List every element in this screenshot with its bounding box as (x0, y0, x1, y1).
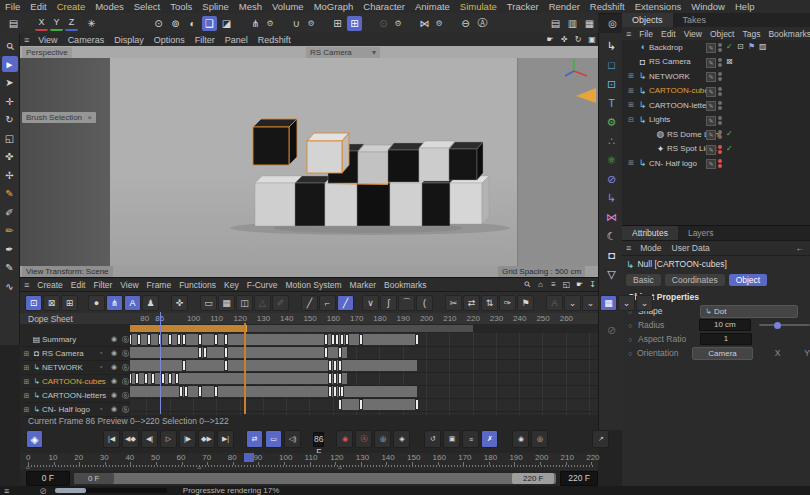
pen-underline-icon[interactable]: ✎ (2, 260, 18, 276)
edit-toggle[interactable]: ✎ (706, 58, 716, 68)
move-keys-tool[interactable]: ✜ (171, 295, 188, 311)
expander-icon[interactable]: ⊞ (626, 87, 636, 95)
expander-icon[interactable]: ⊞ (22, 350, 31, 358)
keyframe[interactable] (148, 335, 150, 344)
status-menu-icon[interactable]: ≡ (0, 486, 13, 495)
timeline-ruler[interactable]: 8010011012013014015016017018019020021022… (20, 313, 598, 324)
spline-filter[interactable]: ● (88, 295, 105, 311)
mirror-settings-gear[interactable]: ⚙ (434, 16, 444, 31)
track-keys-row[interactable] (130, 359, 598, 373)
viewport-menu-view[interactable]: View (33, 35, 62, 45)
keyframe[interactable] (215, 387, 217, 396)
keyframe[interactable] (180, 387, 182, 396)
keyframe[interactable] (329, 361, 331, 370)
generator-gear-icon[interactable]: ⚙ (603, 114, 621, 130)
paint-keys-tool[interactable]: ✐ (272, 295, 289, 311)
keyframe[interactable] (152, 374, 154, 383)
tree-row-rs-spot-light[interactable]: ✦RS Spot Light✎✓ (622, 142, 810, 157)
track-range-bar[interactable] (130, 360, 417, 371)
timeline-key-area[interactable] (130, 333, 598, 415)
track-name-cartoon-cubes[interactable]: ⊞↳CARTOON-cubes▫◉Ⓢ (22, 375, 130, 389)
clamp-range-button[interactable]: ▭ (265, 430, 282, 448)
menu-render[interactable]: Render (544, 1, 585, 12)
tree-row-cn-half-logo[interactable]: ⊞↳CN- Half logo✎ (622, 156, 810, 171)
timeline-menu-motion-system[interactable]: Motion System (281, 280, 345, 290)
lock-value[interactable]: ⇅ (481, 295, 498, 311)
keyframe[interactable] (176, 374, 178, 383)
ease-v[interactable]: ∨ (362, 295, 379, 311)
camera-object-icon[interactable]: ◘ (603, 247, 621, 263)
tl-home-icon[interactable]: ⌂ (535, 279, 546, 290)
tree-row-cartoon-letters[interactable]: ⊞↳CARTOON-letters✎ (622, 98, 810, 113)
menu-simulate[interactable]: Simulate (455, 1, 502, 12)
axis-lock-x[interactable]: X (35, 16, 48, 31)
remove-icon[interactable]: ⊖ (458, 16, 473, 31)
tree-row-rs-dome-light[interactable]: ◍RS Dome Light✎✓ (622, 127, 810, 142)
annotate-icon[interactable]: Ⓐ (475, 16, 490, 31)
shape-dropdown[interactable]: ↳ Dot (700, 305, 798, 318)
dot-editor[interactable] (718, 87, 722, 91)
ease-curve-2[interactable]: ⌒ (398, 295, 415, 311)
tab-attributes[interactable]: Attributes (622, 226, 678, 240)
mute-keys[interactable]: ✑ (499, 295, 516, 311)
orientation-option-y[interactable]: Y (804, 348, 810, 358)
dot-render[interactable] (718, 63, 722, 67)
menu-animate[interactable]: Animate (410, 1, 455, 12)
goto-end-button[interactable]: ▶| (217, 430, 234, 448)
cube-tag-icon[interactable]: ⊡ (737, 42, 744, 51)
visibility-dots[interactable] (718, 87, 722, 97)
tangent-break[interactable]: ⌄ (636, 295, 653, 311)
edit-toggle[interactable]: ✎ (706, 130, 716, 140)
anim-dot-icon[interactable]: ○ (628, 322, 638, 329)
render-picture-button[interactable]: ▥ (565, 16, 580, 31)
section-coordinates[interactable]: Coordinates (665, 274, 725, 286)
viewport-menu-filter[interactable]: Filter (190, 35, 220, 45)
aspect-field[interactable]: 1 (700, 333, 752, 345)
orientation-dropdown[interactable]: Camera (692, 347, 752, 360)
eye-icon[interactable]: ◉ (111, 391, 117, 399)
check-tag-icon[interactable]: ✓ (726, 42, 733, 51)
expander-icon[interactable]: ⊞ (22, 364, 31, 372)
menu-extensions[interactable]: Extensions (630, 1, 686, 12)
menu-volume[interactable]: Volume (267, 1, 309, 12)
tab-layers[interactable]: Layers (678, 226, 724, 240)
edit-toggle[interactable]: ✎ (706, 145, 716, 155)
selection-range-bar[interactable] (130, 325, 247, 332)
object-menu-view[interactable]: View (680, 29, 706, 39)
next-frame-button[interactable]: |▶ (179, 430, 196, 448)
check-tag-icon[interactable]: ✓ (726, 144, 733, 153)
edit-toggle[interactable]: ✎ (706, 72, 716, 82)
keyframe-presets-button[interactable]: ↺ (424, 430, 441, 448)
keyframe[interactable] (178, 335, 180, 344)
tweak-tool-icon[interactable]: ➤ (2, 75, 18, 91)
dot-render[interactable] (718, 92, 722, 96)
tab-objects[interactable]: Objects (622, 13, 673, 27)
keyframe[interactable] (325, 348, 327, 357)
auto-tangent[interactable]: A (546, 295, 563, 311)
eye-icon[interactable]: ◉ (111, 335, 117, 343)
redshift-ipr-button[interactable]: ◎ (605, 16, 620, 31)
menu-tools[interactable]: Tools (165, 1, 197, 12)
object-menu-tags[interactable]: Tags (738, 29, 764, 39)
sound-button[interactable]: ◁) (284, 430, 301, 448)
dot-editor[interactable] (718, 145, 722, 149)
visibility-dots[interactable] (718, 145, 722, 155)
fcurve-mode[interactable]: ⊠ (43, 295, 60, 311)
visibility-dots[interactable] (718, 72, 722, 82)
spline-rect-icon[interactable]: □ (603, 57, 621, 73)
render-view-button[interactable]: ▤ (548, 16, 563, 31)
keyframe[interactable] (199, 335, 201, 344)
joint-settings-gear[interactable]: ⚙ (265, 16, 275, 31)
timeline-menu-edit[interactable]: Edit (67, 280, 90, 290)
keyframe[interactable] (215, 335, 217, 344)
make-editable-icon[interactable]: ⊙ (151, 16, 166, 31)
dot-editor[interactable] (718, 130, 722, 134)
tree-row-network[interactable]: ⊞↳NETWORK✎ (622, 69, 810, 84)
keyframe[interactable] (341, 387, 343, 396)
object-label[interactable]: Backdrop (649, 43, 683, 52)
tab-takes[interactable]: Takes (673, 13, 717, 27)
vp-move-icon[interactable]: ✜ (558, 34, 570, 45)
edit-toggle[interactable]: ✎ (706, 116, 716, 126)
powerslider-ruler[interactable]: 0102030405060708090100110120130140150160… (20, 453, 598, 470)
attr-menu-user-data[interactable]: User Data (667, 243, 715, 253)
